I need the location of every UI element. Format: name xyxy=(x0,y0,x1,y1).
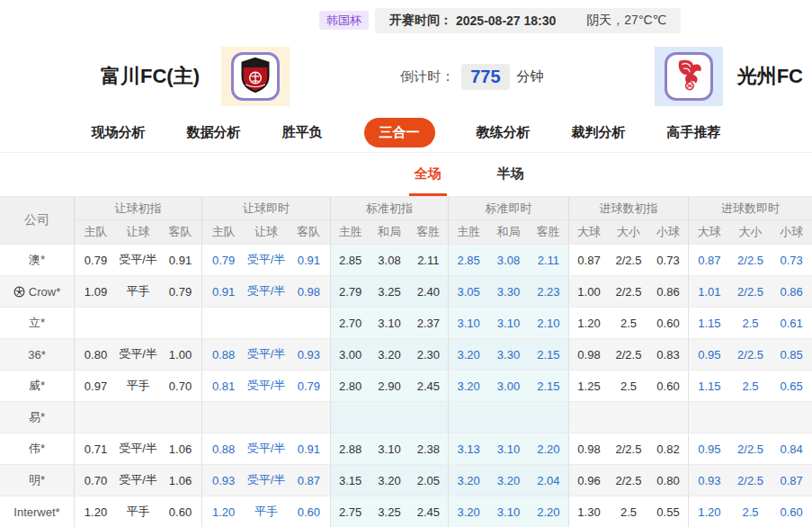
odds-cell[interactable]: 2/2.5 xyxy=(730,245,772,275)
odds-cell[interactable]: 2.20 xyxy=(529,433,568,464)
nav-tab-5[interactable]: 教练分析 xyxy=(477,124,531,141)
odds-cell[interactable]: 0.73 xyxy=(771,245,812,275)
odds-cell[interactable]: 1.15 xyxy=(689,371,730,401)
odds-cell[interactable]: 受平/半 xyxy=(245,245,287,275)
odds-cell[interactable]: 2.15 xyxy=(529,339,568,370)
odds-cell[interactable]: 0.65 xyxy=(771,371,812,401)
odds-cell[interactable]: 0.87 xyxy=(689,245,730,275)
odds-cell[interactable]: 0.61 xyxy=(771,308,812,338)
odds-cell[interactable]: 0.87 xyxy=(288,465,330,496)
company-cell[interactable]: Interwet* xyxy=(0,496,74,527)
subtab-full-match[interactable]: 全场 xyxy=(409,153,447,196)
odds-cell[interactable]: 1.20 xyxy=(202,496,245,527)
nav-tab-4[interactable]: 三合一 xyxy=(364,118,435,147)
odds-cell[interactable]: 2/2.5 xyxy=(730,339,772,370)
company-cell[interactable]: 立* xyxy=(0,308,74,338)
odds-cell[interactable]: 2.23 xyxy=(529,276,568,307)
odds-cell[interactable]: 3.10 xyxy=(488,496,528,527)
odds-cell[interactable]: 2.85 xyxy=(449,245,488,275)
odds-cell[interactable]: 受平/半 xyxy=(245,276,287,307)
odds-cell[interactable]: 0.87 xyxy=(771,465,812,496)
odds-cell[interactable]: 2.5 xyxy=(730,308,772,338)
odds-cell[interactable]: 2.04 xyxy=(529,465,568,496)
odds-cell[interactable]: 1.20 xyxy=(689,496,730,527)
odds-cell[interactable]: 2/2.5 xyxy=(730,433,772,464)
odds-cell[interactable]: 3.30 xyxy=(488,339,528,370)
odds-cell[interactable] xyxy=(202,308,245,338)
odds-cell[interactable] xyxy=(245,308,287,338)
odds-cell[interactable]: 0.79 xyxy=(202,245,245,275)
odds-cell[interactable]: 0.60 xyxy=(288,496,330,527)
odds-cell[interactable]: 3.10 xyxy=(449,308,488,338)
odds-cell[interactable]: 0.91 xyxy=(202,276,245,307)
nav-tab-2[interactable]: 数据分析 xyxy=(187,124,241,141)
league-badge[interactable]: 韩国杯 xyxy=(319,11,369,30)
odds-cell[interactable] xyxy=(288,308,330,338)
odds-cell[interactable]: 3.05 xyxy=(449,276,488,307)
odds-cell[interactable]: 3.20 xyxy=(449,465,488,496)
nav-tab-7[interactable]: 高手推荐 xyxy=(667,124,721,141)
odds-cell[interactable]: 0.60 xyxy=(771,496,812,527)
odds-cell[interactable]: 3.20 xyxy=(449,339,488,370)
odds-cell[interactable] xyxy=(689,402,730,433)
company-cell[interactable]: 明* xyxy=(0,465,74,496)
odds-cell[interactable]: 平手 xyxy=(245,496,287,527)
odds-cell[interactable] xyxy=(202,402,245,433)
odds-cell[interactable]: 3.10 xyxy=(488,433,528,464)
odds-cell[interactable]: 0.81 xyxy=(202,371,245,401)
odds-cell[interactable] xyxy=(449,402,488,433)
odds-cell[interactable]: 受平/半 xyxy=(245,465,287,496)
odds-cell[interactable]: 3.13 xyxy=(449,433,488,464)
odds-cell[interactable]: 2.10 xyxy=(529,308,568,338)
odds-cell[interactable]: 3.30 xyxy=(488,276,528,307)
odds-cell[interactable]: 0.98 xyxy=(288,276,330,307)
odds-cell[interactable]: 2.20 xyxy=(529,496,568,527)
odds-cell[interactable]: 0.95 xyxy=(689,433,730,464)
odds-cell[interactable]: 受平/半 xyxy=(245,371,287,401)
odds-cell[interactable]: 2.15 xyxy=(529,371,568,401)
odds-cell[interactable]: 0.85 xyxy=(771,339,812,370)
odds-cell[interactable]: 2/2.5 xyxy=(730,276,772,307)
odds-cell[interactable]: 受平/半 xyxy=(245,433,287,464)
odds-cell[interactable]: 0.91 xyxy=(288,433,330,464)
odds-cell[interactable] xyxy=(730,402,772,433)
odds-cell[interactable]: 0.84 xyxy=(771,433,812,464)
odds-cell[interactable]: 0.79 xyxy=(288,371,330,401)
subtab-half-match[interactable]: 半场 xyxy=(492,153,530,196)
odds-cell[interactable]: 1.15 xyxy=(689,308,730,338)
odds-cell[interactable]: 受平/半 xyxy=(245,339,287,370)
odds-cell[interactable]: 0.88 xyxy=(202,339,245,370)
odds-cell[interactable]: 2.11 xyxy=(529,245,568,275)
odds-cell[interactable]: 3.20 xyxy=(488,465,528,496)
nav-tab-6[interactable]: 裁判分析 xyxy=(572,124,626,141)
odds-cell[interactable]: 0.91 xyxy=(288,245,330,275)
company-cell[interactable]: 澳* xyxy=(0,245,74,275)
nav-tab-1[interactable]: 现场分析 xyxy=(92,124,146,141)
odds-cell[interactable] xyxy=(245,402,287,433)
company-cell[interactable]: 伟* xyxy=(0,433,74,464)
odds-cell[interactable] xyxy=(771,402,812,433)
odds-cell[interactable]: 3.00 xyxy=(488,371,528,401)
odds-cell[interactable] xyxy=(288,402,330,433)
odds-cell[interactable]: 2.5 xyxy=(730,496,772,527)
odds-cell[interactable]: 2.5 xyxy=(730,371,772,401)
nav-tab-3[interactable]: 胜平负 xyxy=(282,124,323,141)
odds-cell[interactable] xyxy=(529,402,568,433)
odds-cell[interactable]: 0.93 xyxy=(689,465,730,496)
odds-cell[interactable]: 3.10 xyxy=(488,308,528,338)
odds-cell[interactable]: 0.93 xyxy=(288,339,330,370)
company-cell[interactable]: Crow* xyxy=(0,276,74,307)
company-cell[interactable]: 36* xyxy=(0,339,74,370)
odds-cell[interactable]: 2/2.5 xyxy=(730,465,772,496)
odds-cell[interactable]: 3.08 xyxy=(488,245,528,275)
odds-cell[interactable]: 3.20 xyxy=(449,371,488,401)
odds-cell[interactable]: 0.95 xyxy=(689,339,730,370)
odds-cell[interactable] xyxy=(488,402,528,433)
odds-cell[interactable]: 1.01 xyxy=(689,276,730,307)
company-cell[interactable]: 易* xyxy=(0,402,74,433)
odds-cell[interactable]: 0.88 xyxy=(202,433,245,464)
company-cell[interactable]: 威* xyxy=(0,371,74,401)
odds-cell[interactable]: 3.20 xyxy=(449,496,488,527)
odds-cell[interactable]: 0.86 xyxy=(771,276,812,307)
odds-cell[interactable]: 0.93 xyxy=(202,465,245,496)
